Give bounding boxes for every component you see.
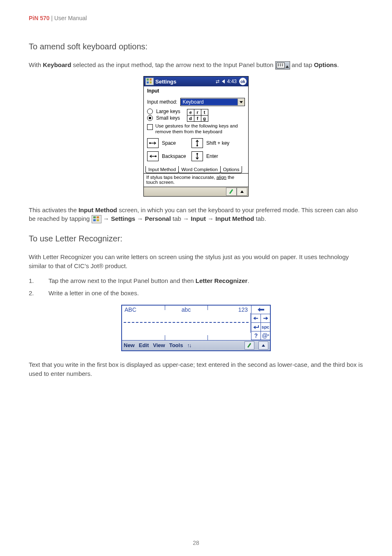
svg-point-6 [196, 153, 198, 155]
t: Write a letter in one of the boxes. [48, 290, 139, 297]
page-header: PiN 570 | User Manual [29, 15, 363, 21]
large-keys-radio[interactable] [147, 109, 153, 114]
start-icon [92, 215, 101, 223]
header-rest: | User Manual [50, 15, 87, 21]
brand: PiN 570 [29, 15, 50, 21]
menu-new[interactable]: New [124, 342, 135, 348]
align-hint: If stylus taps become inaccurate, align … [144, 173, 248, 187]
input-method-label: Input method: [147, 99, 177, 105]
menu-tools[interactable]: Tools [169, 342, 183, 348]
align-link[interactable]: align [217, 175, 226, 180]
enter-button[interactable] [251, 323, 261, 331]
personal-word: Personal [145, 215, 171, 222]
input-method-word: Input Method [78, 206, 117, 213]
symbols-button[interactable]: @* [261, 331, 270, 340]
at-label: @ [262, 332, 267, 339]
t: With [29, 61, 43, 68]
large-keys-label: Large keys [156, 109, 180, 114]
writing-area[interactable] [122, 313, 251, 333]
sip-pen-icon[interactable] [226, 188, 237, 196]
arrow: → [183, 215, 191, 222]
t: Tap the arrow next to the Input Panel bu… [48, 277, 196, 284]
menu-edit[interactable]: Edit [139, 342, 149, 348]
connectivity-icon: ⇄ [216, 79, 219, 84]
step-num: 1. [29, 276, 34, 286]
tab-word-completion[interactable]: Word Completion [178, 166, 221, 173]
small-keys-label: Small keys [156, 115, 180, 121]
sip-arrow-icon[interactable] [258, 341, 268, 350]
dropdown-arrow-icon [238, 99, 244, 105]
help-button[interactable]: ? [251, 331, 261, 340]
titlebar: Settings ⇄ 4:43 ok [144, 76, 248, 86]
menu-view[interactable]: View [153, 342, 165, 348]
arrow: → [101, 215, 111, 222]
gesture-backspace-label: Backspace [162, 153, 188, 159]
tab-input-method[interactable]: Input Method [145, 166, 179, 173]
amend-options-p2: This activates the Input Method screen, … [29, 206, 363, 224]
t: . [337, 61, 339, 68]
t: tab. [254, 215, 266, 222]
arrow: → [135, 215, 145, 222]
gesture-shift-label: Shift + key [206, 140, 229, 146]
step-num: 2. [29, 289, 34, 298]
gesture-shift-icon [191, 138, 203, 148]
small-keys-radio[interactable] [147, 115, 153, 121]
input-method-word2: Input Method [215, 215, 254, 222]
use-gestures-checkbox[interactable] [147, 124, 153, 130]
input-method-value: Keyboard [181, 99, 238, 105]
t: If stylus taps become inaccurate, [146, 175, 217, 180]
status-area: ⇄ 4:43 ok [216, 78, 247, 85]
keyboard-word: Keyboard [43, 61, 71, 68]
space-button[interactable]: spc [261, 323, 270, 331]
screen-subtitle: Input [144, 86, 248, 96]
page-number: 28 [0, 540, 392, 546]
amend-options-p1: With Keyboard selected as the input meth… [29, 60, 363, 70]
input-word: Input [191, 215, 206, 222]
input-method-select[interactable]: Keyboard [180, 98, 245, 106]
scroll-arrows-icon[interactable]: ↑↓ [187, 342, 191, 348]
svg-point-3 [196, 145, 198, 146]
preview-key: f [194, 116, 201, 121]
t: . [247, 277, 249, 284]
sip-pen-icon[interactable] [244, 341, 254, 350]
cursor-right-button[interactable] [261, 314, 270, 323]
step-1: 1. Tap the arrow next to the Input Panel… [29, 276, 363, 286]
gesture-backspace-icon [147, 151, 159, 161]
gesture-enter-label: Enter [206, 153, 218, 159]
preview-key: d [187, 116, 194, 121]
key-size-preview: e r t d f g [187, 109, 208, 122]
gesture-space-icon [147, 138, 159, 148]
tab-options[interactable]: Options [220, 166, 242, 173]
title-text: Settings [155, 79, 214, 85]
gesture-enter-icon [191, 151, 203, 161]
amend-options-heading: To amend soft keyboard options: [29, 42, 363, 51]
letter-recognizer-p3: Text that you write in the first box is … [29, 360, 363, 378]
clock: 4:43 [227, 79, 237, 84]
sip-arrow-icon[interactable] [237, 188, 247, 196]
t: and tap [292, 61, 314, 68]
start-flag-icon[interactable] [145, 78, 154, 85]
letter-recognizer-word: Letter Recognizer [196, 277, 248, 284]
settings-input-screenshot: Settings ⇄ 4:43 ok Input Input method: K… [143, 76, 249, 197]
letter-recognizer-p1: With Letter Recognizer you can write let… [29, 253, 363, 271]
letter-recognizer-screenshot: ABC abc 123 [121, 305, 271, 351]
cursor-left-button[interactable] [251, 314, 261, 323]
svg-point-4 [155, 155, 157, 157]
bottom-bar [144, 187, 248, 196]
preview-key: g [201, 116, 208, 121]
settings-word: Settings [111, 215, 135, 222]
ok-button[interactable]: ok [239, 78, 247, 85]
preview-key: r [194, 109, 201, 116]
t: tab [171, 215, 183, 222]
arrow: → [206, 215, 215, 222]
gesture-space-label: Space [162, 140, 188, 146]
speaker-icon [222, 79, 225, 83]
preview-key: t [201, 109, 208, 116]
svg-marker-8 [258, 308, 264, 312]
step-2: 2. Write a letter in one of the boxes. [29, 289, 363, 298]
input-panel-button-icon [275, 61, 290, 70]
preview-key: e [187, 109, 194, 116]
letter-recognizer-heading: To use Letter Recognizer: [29, 234, 363, 243]
options-word: Options [314, 61, 337, 68]
backspace-button[interactable] [251, 306, 270, 314]
